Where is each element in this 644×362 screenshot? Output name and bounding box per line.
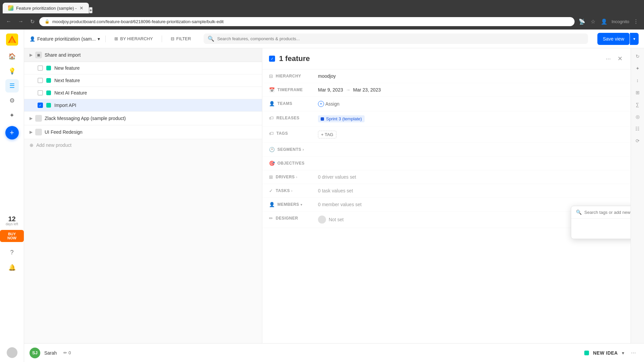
- product-name-zlack: Zlack Messaging App (sample product): [45, 116, 126, 121]
- product-item-ui-feed[interactable]: ▶ UI Feed Redesign: [24, 125, 262, 139]
- sidebar-help-icon[interactable]: ?: [5, 246, 19, 259]
- profile-btn[interactable]: 👤: [599, 17, 609, 26]
- tasks-label-group: ✓ TASKS ›: [269, 188, 313, 193]
- bookmark-btn[interactable]: ☆: [589, 17, 597, 26]
- detail-body: ⊟ HIERARCHY moodjoy 📅 TIMEFRAME: [262, 69, 631, 228]
- group-header-share[interactable]: ▶ ⊞ Share and import: [24, 48, 262, 62]
- release-badge[interactable]: Sprint 3 (template): [318, 115, 365, 122]
- members-icon: 👤: [269, 202, 275, 207]
- board-name[interactable]: 👤 Feature prioritization (sam... ▾: [30, 36, 100, 42]
- bottom-user-avatar[interactable]: SJ: [30, 348, 40, 358]
- feature-item-import-api[interactable]: ✓ Import API: [24, 99, 262, 112]
- hierarchy-value: moodjoy: [318, 73, 624, 79]
- menu-btn[interactable]: ⋮: [632, 17, 640, 26]
- segments-link[interactable]: SEGMENTS ›: [277, 147, 304, 152]
- reload-btn[interactable]: ↻: [28, 17, 37, 26]
- release-badge-text: Sprint 3 (template): [326, 116, 362, 121]
- filter-btn[interactable]: ⊟ FILTER: [167, 34, 195, 43]
- add-tag-label: + TAG: [321, 132, 333, 137]
- save-view-dropdown-btn[interactable]: ▾: [630, 33, 639, 45]
- right-sidebar-loop-icon[interactable]: ⟳: [632, 135, 643, 146]
- teams-value[interactable]: + Assign: [318, 101, 624, 107]
- timeframe-dates: Mar 9, 2023 → Mar 23, 2023: [318, 87, 381, 93]
- buy-now-btn[interactable]: BUY NOW: [0, 230, 24, 242]
- teams-row: 👤 TEAMS + Assign: [262, 97, 631, 111]
- bottom-more-btn[interactable]: ···: [628, 348, 639, 358]
- feature-item-next-ai-feature[interactable]: Next AI Feature: [24, 87, 262, 99]
- hierarchy-btn[interactable]: ⊞ BY HIERARCHY: [111, 34, 156, 43]
- forward-btn[interactable]: →: [16, 17, 25, 26]
- timeframe-value[interactable]: Mar 9, 2023 → Mar 23, 2023: [318, 87, 624, 93]
- detail-close-btn[interactable]: ✕: [616, 54, 624, 64]
- incognito-label: Incognito: [611, 19, 629, 24]
- address-bar[interactable]: 🔒 moodjoy.productboard.com/feature-board…: [39, 17, 575, 26]
- app-logo[interactable]: [6, 34, 18, 46]
- tasks-label-link[interactable]: TASKS ›: [276, 188, 292, 193]
- save-view-btn[interactable]: Save view: [597, 33, 630, 45]
- user-avatar[interactable]: [7, 347, 17, 358]
- new-idea-dropdown-btn[interactable]: ▾: [622, 350, 624, 356]
- releases-row: 🏷 RELEASES Sprint 3 (template): [262, 111, 631, 127]
- teams-icon: 👤: [269, 101, 275, 106]
- tags-icon: 🏷: [269, 131, 274, 136]
- right-sidebar-sum-icon[interactable]: ∑: [632, 99, 643, 110]
- feature-checkbox-new-feature[interactable]: [38, 65, 43, 71]
- right-sidebar: ↻ ✦ ↕ ⊞ ∑ ◎ ☷ ⟳: [631, 48, 644, 362]
- search-input[interactable]: [217, 36, 584, 41]
- right-sidebar-rows-icon[interactable]: ☷: [632, 123, 643, 134]
- feature-dot-new-feature: [46, 66, 51, 70]
- right-sidebar-star-icon[interactable]: ✦: [632, 63, 643, 74]
- assign-plus-icon: +: [318, 101, 324, 107]
- tags-label-group: 🏷 TAGS: [269, 131, 313, 136]
- drivers-value: 0 driver values set: [318, 174, 624, 180]
- board-dropdown-icon[interactable]: ▾: [98, 36, 100, 42]
- feature-item-next-feature[interactable]: Next feature: [24, 74, 262, 87]
- feature-checkbox-import-api[interactable]: ✓: [38, 103, 43, 108]
- add-product-icon: ⊕: [30, 142, 34, 148]
- new-idea-btn[interactable]: NEW IDEA: [593, 350, 618, 356]
- sidebar-lightbulb-icon[interactable]: 💡: [5, 64, 19, 78]
- group-icon-share: ⊞: [35, 52, 42, 58]
- detail-select-checkbox[interactable]: ✓: [269, 56, 275, 62]
- tags-value[interactable]: + TAG: [318, 131, 624, 138]
- tags-search-input[interactable]: [584, 210, 631, 215]
- feature-item-new-feature[interactable]: New feature: [24, 62, 262, 74]
- members-label-link[interactable]: MEMBERS ▾: [277, 202, 302, 207]
- right-sidebar-refresh-icon[interactable]: ↻: [632, 51, 643, 62]
- search-bar[interactable]: 🔍: [204, 34, 588, 44]
- releases-label-text: RELEASES: [276, 116, 300, 120]
- add-tag-btn[interactable]: + TAG: [318, 131, 336, 138]
- feature-checkbox-next-ai-feature[interactable]: [38, 90, 43, 96]
- right-sidebar-circle-icon[interactable]: ◎: [632, 111, 643, 122]
- designer-avatar: [318, 216, 326, 224]
- feature-name-next-ai-feature: Next AI Feature: [54, 90, 87, 96]
- sidebar-star-icon[interactable]: ✦: [5, 109, 19, 122]
- add-fab-btn[interactable]: +: [5, 126, 19, 139]
- sidebar-bell-icon[interactable]: 🔔: [5, 261, 19, 274]
- back-btn[interactable]: ←: [4, 17, 13, 26]
- feature-dot-import-api: [46, 103, 51, 108]
- timeframe-label-group: 📅 TIMEFRAME: [269, 87, 313, 93]
- product-item-zlack[interactable]: ▶ Zlack Messaging App (sample product): [24, 112, 262, 125]
- right-sidebar-sort-icon[interactable]: ↕: [632, 75, 643, 86]
- new-tab-btn[interactable]: +: [89, 7, 93, 13]
- active-tab[interactable]: Feature prioritization (sample) - ✕: [3, 3, 89, 13]
- sidebar-home-icon[interactable]: 🏠: [5, 50, 19, 63]
- assign-btn[interactable]: + Assign: [318, 101, 339, 107]
- sidebar-sliders-icon[interactable]: ⚙: [5, 94, 19, 107]
- tasks-chevron-icon: ›: [291, 189, 292, 193]
- right-sidebar-grid-icon[interactable]: ⊞: [632, 87, 643, 98]
- tab-close-btn[interactable]: ✕: [79, 5, 84, 11]
- feature-checkbox-next-feature[interactable]: [38, 78, 43, 83]
- sidebar-list-icon[interactable]: ☰: [5, 79, 19, 93]
- product-chevron-zlack: ▶: [30, 116, 33, 121]
- segments-label-text: SEGMENTS: [277, 147, 301, 152]
- cast-btn[interactable]: 📡: [577, 17, 587, 26]
- assign-label: Assign: [325, 101, 339, 107]
- drivers-label-link[interactable]: DRIVERS ›: [276, 175, 297, 179]
- detail-more-btn[interactable]: ···: [604, 54, 612, 64]
- objectives-label-text: OBJECTIVES: [277, 161, 305, 166]
- add-product-btn[interactable]: ⊕ Add new product: [24, 139, 262, 151]
- releases-value[interactable]: Sprint 3 (template): [318, 115, 624, 122]
- save-view-group: Save view ▾: [597, 33, 639, 45]
